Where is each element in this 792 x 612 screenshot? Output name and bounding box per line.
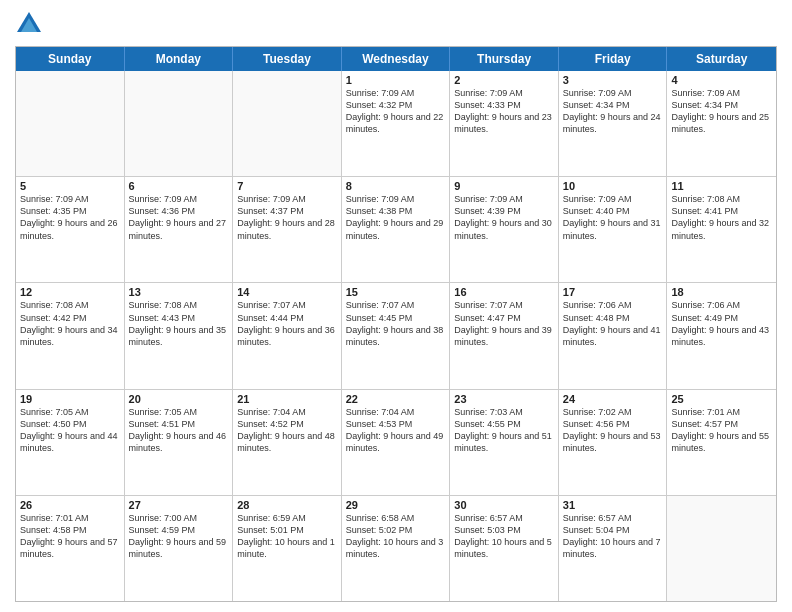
weekday-header: Thursday	[450, 47, 559, 71]
day-number: 25	[671, 393, 772, 405]
cell-info: Sunrise: 6:57 AM Sunset: 5:03 PM Dayligh…	[454, 512, 554, 561]
logo-icon	[15, 10, 43, 38]
day-number: 12	[20, 286, 120, 298]
calendar-cell: 29Sunrise: 6:58 AM Sunset: 5:02 PM Dayli…	[342, 496, 451, 601]
calendar-cell: 19Sunrise: 7:05 AM Sunset: 4:50 PM Dayli…	[16, 390, 125, 495]
day-number: 4	[671, 74, 772, 86]
day-number: 10	[563, 180, 663, 192]
calendar-header: SundayMondayTuesdayWednesdayThursdayFrid…	[16, 47, 776, 71]
calendar-cell: 31Sunrise: 6:57 AM Sunset: 5:04 PM Dayli…	[559, 496, 668, 601]
calendar-cell: 4Sunrise: 7:09 AM Sunset: 4:34 PM Daylig…	[667, 71, 776, 176]
cell-info: Sunrise: 7:05 AM Sunset: 4:51 PM Dayligh…	[129, 406, 229, 455]
calendar-row: 26Sunrise: 7:01 AM Sunset: 4:58 PM Dayli…	[16, 496, 776, 601]
calendar-cell: 23Sunrise: 7:03 AM Sunset: 4:55 PM Dayli…	[450, 390, 559, 495]
cell-info: Sunrise: 7:04 AM Sunset: 4:52 PM Dayligh…	[237, 406, 337, 455]
calendar-cell: 14Sunrise: 7:07 AM Sunset: 4:44 PM Dayli…	[233, 283, 342, 388]
day-number: 13	[129, 286, 229, 298]
calendar-cell: 11Sunrise: 7:08 AM Sunset: 4:41 PM Dayli…	[667, 177, 776, 282]
calendar: SundayMondayTuesdayWednesdayThursdayFrid…	[15, 46, 777, 602]
cell-info: Sunrise: 6:58 AM Sunset: 5:02 PM Dayligh…	[346, 512, 446, 561]
calendar-cell: 22Sunrise: 7:04 AM Sunset: 4:53 PM Dayli…	[342, 390, 451, 495]
calendar-cell: 30Sunrise: 6:57 AM Sunset: 5:03 PM Dayli…	[450, 496, 559, 601]
day-number: 6	[129, 180, 229, 192]
day-number: 21	[237, 393, 337, 405]
calendar-cell: 26Sunrise: 7:01 AM Sunset: 4:58 PM Dayli…	[16, 496, 125, 601]
day-number: 3	[563, 74, 663, 86]
day-number: 19	[20, 393, 120, 405]
day-number: 7	[237, 180, 337, 192]
calendar-cell: 2Sunrise: 7:09 AM Sunset: 4:33 PM Daylig…	[450, 71, 559, 176]
weekday-header: Monday	[125, 47, 234, 71]
day-number: 8	[346, 180, 446, 192]
calendar-cell: 12Sunrise: 7:08 AM Sunset: 4:42 PM Dayli…	[16, 283, 125, 388]
day-number: 24	[563, 393, 663, 405]
calendar-cell: 25Sunrise: 7:01 AM Sunset: 4:57 PM Dayli…	[667, 390, 776, 495]
cell-info: Sunrise: 7:09 AM Sunset: 4:39 PM Dayligh…	[454, 193, 554, 242]
cell-info: Sunrise: 7:09 AM Sunset: 4:37 PM Dayligh…	[237, 193, 337, 242]
day-number: 28	[237, 499, 337, 511]
day-number: 17	[563, 286, 663, 298]
cell-info: Sunrise: 7:09 AM Sunset: 4:36 PM Dayligh…	[129, 193, 229, 242]
cell-info: Sunrise: 7:04 AM Sunset: 4:53 PM Dayligh…	[346, 406, 446, 455]
cell-info: Sunrise: 7:09 AM Sunset: 4:35 PM Dayligh…	[20, 193, 120, 242]
calendar-row: 5Sunrise: 7:09 AM Sunset: 4:35 PM Daylig…	[16, 177, 776, 283]
day-number: 16	[454, 286, 554, 298]
cell-info: Sunrise: 7:09 AM Sunset: 4:34 PM Dayligh…	[563, 87, 663, 136]
calendar-cell	[667, 496, 776, 601]
cell-info: Sunrise: 7:01 AM Sunset: 4:57 PM Dayligh…	[671, 406, 772, 455]
calendar-cell: 5Sunrise: 7:09 AM Sunset: 4:35 PM Daylig…	[16, 177, 125, 282]
day-number: 18	[671, 286, 772, 298]
calendar-cell: 24Sunrise: 7:02 AM Sunset: 4:56 PM Dayli…	[559, 390, 668, 495]
calendar-cell	[233, 71, 342, 176]
weekday-header: Friday	[559, 47, 668, 71]
calendar-cell: 28Sunrise: 6:59 AM Sunset: 5:01 PM Dayli…	[233, 496, 342, 601]
cell-info: Sunrise: 7:09 AM Sunset: 4:38 PM Dayligh…	[346, 193, 446, 242]
day-number: 30	[454, 499, 554, 511]
cell-info: Sunrise: 7:08 AM Sunset: 4:42 PM Dayligh…	[20, 299, 120, 348]
calendar-cell: 7Sunrise: 7:09 AM Sunset: 4:37 PM Daylig…	[233, 177, 342, 282]
cell-info: Sunrise: 7:07 AM Sunset: 4:45 PM Dayligh…	[346, 299, 446, 348]
cell-info: Sunrise: 7:09 AM Sunset: 4:32 PM Dayligh…	[346, 87, 446, 136]
cell-info: Sunrise: 7:00 AM Sunset: 4:59 PM Dayligh…	[129, 512, 229, 561]
calendar-cell: 21Sunrise: 7:04 AM Sunset: 4:52 PM Dayli…	[233, 390, 342, 495]
calendar-cell	[125, 71, 234, 176]
calendar-row: 1Sunrise: 7:09 AM Sunset: 4:32 PM Daylig…	[16, 71, 776, 177]
header	[15, 10, 777, 38]
page: SundayMondayTuesdayWednesdayThursdayFrid…	[0, 0, 792, 612]
calendar-cell: 17Sunrise: 7:06 AM Sunset: 4:48 PM Dayli…	[559, 283, 668, 388]
calendar-cell: 13Sunrise: 7:08 AM Sunset: 4:43 PM Dayli…	[125, 283, 234, 388]
calendar-cell: 8Sunrise: 7:09 AM Sunset: 4:38 PM Daylig…	[342, 177, 451, 282]
cell-info: Sunrise: 7:06 AM Sunset: 4:49 PM Dayligh…	[671, 299, 772, 348]
calendar-cell: 20Sunrise: 7:05 AM Sunset: 4:51 PM Dayli…	[125, 390, 234, 495]
cell-info: Sunrise: 7:09 AM Sunset: 4:34 PM Dayligh…	[671, 87, 772, 136]
calendar-cell	[16, 71, 125, 176]
cell-info: Sunrise: 6:57 AM Sunset: 5:04 PM Dayligh…	[563, 512, 663, 561]
cell-info: Sunrise: 6:59 AM Sunset: 5:01 PM Dayligh…	[237, 512, 337, 561]
cell-info: Sunrise: 7:02 AM Sunset: 4:56 PM Dayligh…	[563, 406, 663, 455]
weekday-header: Tuesday	[233, 47, 342, 71]
calendar-cell: 18Sunrise: 7:06 AM Sunset: 4:49 PM Dayli…	[667, 283, 776, 388]
day-number: 29	[346, 499, 446, 511]
calendar-cell: 6Sunrise: 7:09 AM Sunset: 4:36 PM Daylig…	[125, 177, 234, 282]
cell-info: Sunrise: 7:08 AM Sunset: 4:41 PM Dayligh…	[671, 193, 772, 242]
calendar-cell: 27Sunrise: 7:00 AM Sunset: 4:59 PM Dayli…	[125, 496, 234, 601]
day-number: 26	[20, 499, 120, 511]
cell-info: Sunrise: 7:06 AM Sunset: 4:48 PM Dayligh…	[563, 299, 663, 348]
day-number: 31	[563, 499, 663, 511]
day-number: 14	[237, 286, 337, 298]
weekday-header: Saturday	[667, 47, 776, 71]
calendar-row: 19Sunrise: 7:05 AM Sunset: 4:50 PM Dayli…	[16, 390, 776, 496]
cell-info: Sunrise: 7:01 AM Sunset: 4:58 PM Dayligh…	[20, 512, 120, 561]
calendar-cell: 9Sunrise: 7:09 AM Sunset: 4:39 PM Daylig…	[450, 177, 559, 282]
calendar-cell: 16Sunrise: 7:07 AM Sunset: 4:47 PM Dayli…	[450, 283, 559, 388]
day-number: 27	[129, 499, 229, 511]
day-number: 22	[346, 393, 446, 405]
logo	[15, 10, 47, 38]
weekday-header: Wednesday	[342, 47, 451, 71]
cell-info: Sunrise: 7:08 AM Sunset: 4:43 PM Dayligh…	[129, 299, 229, 348]
cell-info: Sunrise: 7:07 AM Sunset: 4:44 PM Dayligh…	[237, 299, 337, 348]
cell-info: Sunrise: 7:03 AM Sunset: 4:55 PM Dayligh…	[454, 406, 554, 455]
weekday-header: Sunday	[16, 47, 125, 71]
calendar-cell: 15Sunrise: 7:07 AM Sunset: 4:45 PM Dayli…	[342, 283, 451, 388]
day-number: 23	[454, 393, 554, 405]
